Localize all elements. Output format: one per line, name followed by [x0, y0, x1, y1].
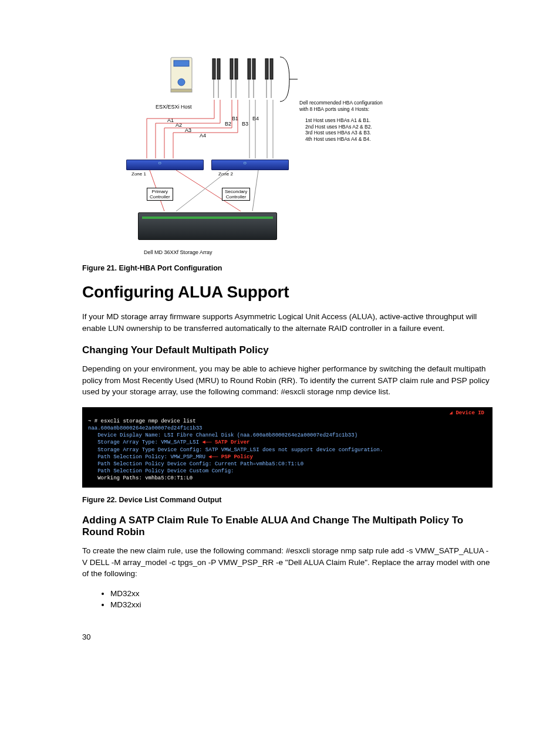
array-model-list: MD32xx MD32xxi [82, 589, 492, 609]
section-heading-alua: Configuring ALUA Support [82, 283, 492, 302]
svg-rect-9 [252, 59, 255, 79]
bracket-icon [279, 56, 299, 103]
alua-intro-paragraph: If your MD storage array firmware suppor… [82, 311, 492, 334]
claim-rule-paragraph: To create the new claim rule, use the fo… [82, 545, 492, 580]
svg-rect-10 [265, 59, 268, 79]
page-number: 30 [82, 633, 492, 641]
svg-line-23 [252, 170, 258, 211]
list-item: MD32xx [110, 589, 492, 598]
satp-driver-label: ◄── SATP Driver [202, 439, 249, 445]
server-icon [167, 53, 197, 94]
svg-rect-4 [212, 59, 215, 79]
svg-line-22 [176, 170, 229, 211]
hba-diagram: ESX/ESXi Host Dell recommended HBA confi… [112, 47, 405, 258]
svg-rect-3 [171, 89, 192, 92]
wiring-icon [129, 100, 288, 161]
storage-caption: Dell MD 36XXf Storage Array [144, 249, 212, 255]
multipath-paragraph: Depending on your environment, you may b… [82, 363, 492, 398]
svg-rect-5 [217, 59, 220, 79]
hba-ports-icon [211, 50, 288, 100]
switch-zone1 [126, 160, 204, 170]
psp-policy-label: ◄── PSP Policy [208, 454, 253, 460]
terminal-output: ~ # esxcli storage nmp device list naa.6… [82, 407, 492, 488]
svg-rect-11 [270, 59, 273, 79]
list-item: MD32xxi [110, 600, 492, 609]
svg-rect-7 [235, 59, 238, 79]
storage-array-icon [138, 212, 277, 240]
hba-recommendation: Dell recommended HBA configuration with … [299, 100, 383, 112]
switch-zone2 [211, 160, 289, 170]
device-id-label: ◢ Device ID [450, 410, 484, 417]
figure-22-caption: Figure 22. Device List Command Output [82, 496, 492, 504]
subheading-multipath: Changing Your Default Multipath Policy [82, 344, 492, 356]
figure-21-caption: Figure 21. Eight-HBA Port Configuration [82, 264, 492, 272]
svg-point-2 [178, 79, 185, 86]
hba-host-list: 1st Host uses HBAs A1 & B1. 2nd Host use… [305, 117, 372, 143]
cmd-device-list: #esxcli storage nmp device list [281, 387, 388, 396]
svg-rect-8 [248, 59, 251, 79]
svg-rect-1 [174, 60, 189, 66]
svg-rect-6 [230, 59, 233, 79]
subheading-satp-rule: Adding A SATP Claim Rule To Enable ALUA … [82, 515, 492, 538]
